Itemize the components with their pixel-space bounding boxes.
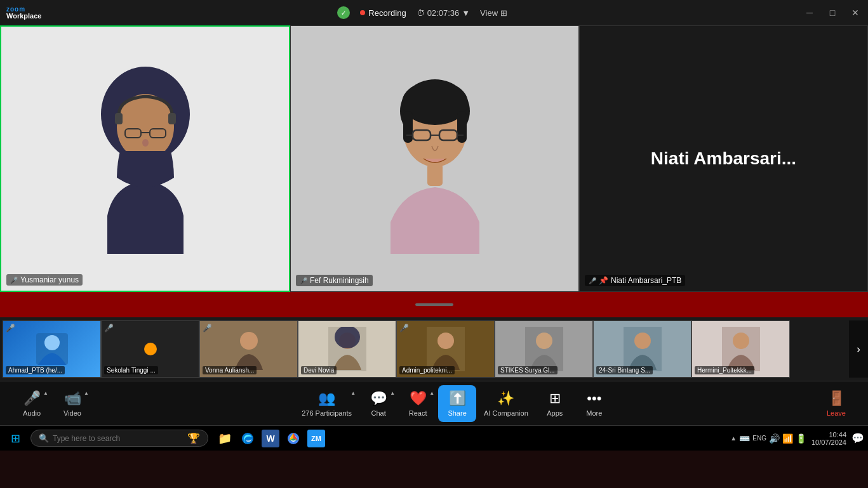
share-label: Share — [448, 409, 466, 417]
video-caret: ▲ — [84, 390, 89, 396]
windows-icon: ⊞ — [11, 432, 20, 445]
tray-keyboard[interactable]: ⌨️ — [739, 433, 750, 444]
apps-button[interactable]: ⊞ Apps — [536, 386, 574, 421]
thumbnail-6[interactable]: STIKES Surya Gl... — [495, 320, 593, 378]
timer-badge[interactable]: ⏱ 02:07:36 ▼ — [417, 8, 470, 18]
thumbnail-7[interactable]: 24-Sri Bintang S... — [593, 320, 691, 378]
zoom-workplace: Workplace — [6, 13, 41, 20]
video-panel-3: Niati Ambarsari... 🎤 📌 Niati Ambarsari_P… — [579, 25, 868, 292]
thumbnail-4-visual — [328, 327, 366, 371]
thumbnail-3[interactable]: 🎤 Vonna Auliansh... — [199, 320, 298, 378]
thumbnail-2[interactable]: 🎤 Sekolah Tinggi ... — [101, 320, 199, 378]
chat-icon: 💬 — [370, 390, 387, 407]
react-label: React — [409, 409, 427, 417]
thumbnail-2-mute: 🎤 — [104, 324, 114, 333]
video-label-1: 🎤 Yusmaniar yunus — [6, 274, 83, 286]
recording-label: Recording — [368, 8, 406, 18]
react-button[interactable]: ❤️ React ▲ — [399, 386, 437, 421]
more-icon: ••• — [587, 390, 601, 407]
zoom-logo: zoom Workplace — [6, 6, 41, 20]
notification-center[interactable]: 💬 — [851, 432, 864, 444]
video-label: Video — [63, 409, 81, 417]
thumbnail-1[interactable]: 🎤 Ahmad_PTB (he/... — [3, 320, 101, 378]
clock-time: 10:44 — [811, 431, 846, 439]
tray-arrow[interactable]: ▲ — [730, 435, 737, 442]
video-panel-2: 🎤 Fef Rukminingsih — [290, 25, 579, 292]
recording-dot — [360, 10, 365, 15]
maximize-button[interactable]: □ — [826, 6, 839, 19]
thumbnail-8[interactable]: Hermini_Poltekkk... — [691, 320, 790, 378]
participants-button[interactable]: 👥 276 Participants ▲ — [295, 386, 358, 421]
thumbnail-2-label: Sekolah Tinggi ... — [104, 366, 158, 374]
svg-point-30 — [634, 333, 651, 349]
more-button[interactable]: ••• More — [575, 386, 613, 421]
zoom-brand: zoom — [6, 6, 41, 13]
leave-icon: 🚪 — [828, 390, 845, 407]
participant-2-video — [291, 26, 578, 291]
participants-caret: ▲ — [351, 390, 356, 396]
more-label: More — [586, 409, 602, 417]
thumbnail-4-label: Devi Novia — [301, 366, 337, 374]
participant-1-name: Yusmaniar yunus — [20, 275, 79, 284]
react-caret: ▲ — [429, 390, 434, 396]
tray-volume[interactable]: 🔊 — [769, 433, 780, 444]
thumbnail-5-label: Admin_politekni... — [399, 366, 455, 374]
apps-label: Apps — [547, 409, 563, 417]
taskbar-edge[interactable] — [239, 430, 257, 447]
system-clock[interactable]: 10:44 10/07/2024 — [811, 431, 846, 446]
leave-button[interactable]: 🚪 Leave — [817, 386, 855, 421]
thumbnail-5[interactable]: 🎤 Admin_politekni... — [396, 320, 495, 378]
video-button[interactable]: 📹 Video ▲ — [53, 386, 91, 421]
participant-2-name: Fef Rukminingsih — [310, 276, 369, 285]
svg-point-20 — [44, 335, 60, 350]
thumbnail-4[interactable]: Devi Novia — [298, 320, 396, 378]
video-panel-1: 🎤 Yusmaniar yunus — [0, 25, 290, 292]
search-bar[interactable]: 🔍 🏆 — [30, 430, 208, 447]
video-label-2: 🎤 Fef Rukminingsih — [296, 275, 373, 286]
mute-icon-2: 🎤 — [300, 277, 307, 284]
chat-button[interactable]: 💬 Chat ▲ — [359, 386, 397, 421]
toolbar-right: 🚪 Leave — [817, 386, 855, 421]
thumbnail-7-visual — [624, 327, 662, 371]
ai-label: AI Companion — [484, 409, 528, 417]
tray-lang[interactable]: ENG — [752, 435, 766, 442]
toolbar-left: 🎤 Audio ▲ 📹 Video ▲ — [13, 386, 91, 421]
thumbnail-8-label: Hermini_Poltekkk... — [695, 366, 754, 374]
taskbar-explorer[interactable]: 📁 — [216, 430, 234, 447]
thumbnail-6-visual — [525, 327, 563, 371]
svg-rect-12 — [457, 111, 467, 143]
taskbar-zoom[interactable]: ZM — [307, 430, 325, 447]
strip-next-arrow[interactable]: › — [849, 320, 868, 378]
taskbar-chrome[interactable] — [284, 430, 302, 447]
minimize-button[interactable]: ─ — [803, 6, 816, 19]
participant-3-name: Niati Ambarsari_PTB — [611, 276, 681, 285]
start-button[interactable]: ⊞ — [4, 429, 27, 448]
svg-rect-11 — [403, 111, 413, 143]
svg-rect-18 — [427, 164, 443, 186]
share-button[interactable]: ⬆️ Share — [438, 385, 476, 422]
participants-label: 276 Participants — [302, 409, 352, 417]
svg-point-32 — [733, 333, 749, 349]
video-icon: 📹 — [64, 390, 81, 407]
tray-network[interactable]: 📶 — [782, 433, 793, 444]
drag-handle[interactable] — [415, 303, 453, 306]
taskbar-word[interactable]: W — [262, 430, 279, 447]
svg-rect-3 — [168, 113, 176, 124]
mute-icon-3: 🎤 — [589, 277, 596, 284]
close-button[interactable]: ✕ — [849, 6, 862, 19]
mute-icon-1: 🎤 — [10, 277, 18, 284]
title-bar-center: ✓ Recording ⏱ 02:07:36 ▼ View ⊞ — [337, 6, 507, 19]
taskbar: ⊞ 🔍 🏆 📁 W — [0, 425, 868, 451]
participant-1-avatar — [82, 63, 209, 254]
clock-date: 10/07/2024 — [811, 439, 846, 446]
audio-button[interactable]: 🎤 Audio ▲ — [13, 386, 51, 421]
system-tray-icons: ▲ ⌨️ ENG 🔊 📶 🔋 — [730, 433, 806, 444]
view-label: View — [480, 8, 498, 18]
tray-battery[interactable]: 🔋 — [796, 433, 806, 444]
share-icon: ⬆️ — [449, 390, 466, 407]
view-button[interactable]: View ⊞ — [480, 8, 507, 18]
search-input[interactable] — [53, 434, 184, 443]
title-bar-left: zoom Workplace — [6, 6, 41, 20]
chat-caret: ▲ — [390, 390, 395, 396]
ai-companion-button[interactable]: ✨ AI Companion — [477, 386, 535, 421]
